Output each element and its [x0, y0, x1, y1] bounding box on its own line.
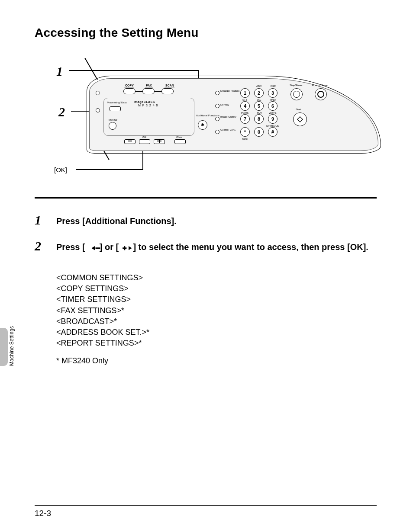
- panel-diagram: 1 2 [OK] COPY FAX SCAN: [35, 56, 377, 190]
- section-tab-label: Machine Settings: [9, 326, 15, 366]
- start-label: Start: [296, 108, 301, 111]
- model-label: M F 3 2 4 0: [138, 104, 158, 107]
- monitor-label: Monitor: [109, 119, 117, 121]
- control-panel: COPY FAX SCAN Processing/ Data imageCLA: [87, 76, 381, 154]
- underline: [124, 87, 134, 87]
- menu-item: <ADDRESS BOOK SET.>*: [56, 327, 149, 338]
- menu-item: <COPY SETTINGS>: [56, 283, 149, 294]
- stop-reset-button: [290, 88, 303, 100]
- keypad-hash: #: [268, 127, 277, 137]
- svg-marker-0: [297, 117, 303, 122]
- label-copy: COPY: [125, 84, 134, 87]
- keypad-star: *: [240, 127, 250, 137]
- tone-label: Tone: [242, 138, 248, 140]
- fax-button: [142, 88, 155, 94]
- step-number: 1: [35, 213, 41, 228]
- menu-list: <COMMON SETTINGS> <COPY SETTINGS> <TIMER…: [56, 272, 149, 349]
- asterisk-icon: ✱: [201, 122, 204, 127]
- ok-label: OK: [142, 136, 146, 138]
- brand-label: imageCLASS: [134, 100, 155, 103]
- stop-reset-label: Stop/Reset: [290, 84, 303, 87]
- keypad-8: 8: [254, 114, 264, 124]
- step2-part1: ] or [: [100, 242, 119, 252]
- option-led: [215, 91, 219, 95]
- keypad-4: 4: [240, 101, 250, 111]
- menu-item: <TIMER SETTINGS>: [56, 294, 149, 305]
- ok-callout-label: [OK]: [54, 166, 67, 173]
- step-number: 2: [35, 239, 41, 253]
- callout-1: 1: [56, 64, 63, 79]
- menu-item: <BROADCAST>*: [56, 316, 149, 327]
- minus-button: [124, 139, 136, 144]
- abc-label: ABC: [256, 85, 261, 87]
- connector: [155, 91, 161, 92]
- step-heading: Press [Additional Functions].: [56, 215, 377, 227]
- copy-button: [123, 88, 136, 94]
- led-indicator: [96, 108, 100, 112]
- stop-icon: [293, 91, 300, 98]
- start-button: [293, 112, 307, 126]
- start-icon: [297, 116, 303, 122]
- additional-functions-button: ✱: [198, 120, 207, 130]
- leader-line: [69, 70, 199, 71]
- ok-button: [139, 139, 150, 144]
- keypad-1: 1: [240, 88, 250, 98]
- page-number: 12-3: [35, 509, 51, 518]
- label-scan: SCAN: [165, 84, 174, 87]
- option-led: [215, 104, 219, 108]
- keypad-3: 3: [268, 88, 277, 98]
- panel-body: COPY FAX SCAN Processing/ Data imageCLA: [89, 78, 378, 151]
- led-indicator: [96, 91, 100, 95]
- connector: [136, 91, 142, 92]
- svg-marker-1: [92, 246, 95, 250]
- scan-button: [161, 88, 174, 94]
- energy-icon: [317, 91, 324, 98]
- keypad-7: 7: [240, 114, 250, 124]
- density-label: Density: [220, 103, 229, 106]
- callout-2: 2: [58, 105, 65, 119]
- monitor-button: [109, 122, 116, 130]
- clear-label: Clear: [176, 136, 182, 138]
- underline: [165, 87, 174, 87]
- plus-right-arrow-icon: [121, 243, 131, 249]
- document-page: Accessing the Setting Menu 1 2 [OK] COPY…: [0, 0, 413, 532]
- menu-item: <COMMON SETTINGS>: [56, 272, 149, 283]
- svg-marker-5: [129, 246, 132, 250]
- keypad-9: 9: [268, 114, 277, 124]
- menu-item: <REPORT SETTINGS>*: [56, 338, 149, 349]
- energy-saver-button: [315, 88, 327, 100]
- option-led: [215, 117, 219, 121]
- energy-saver-label: Energy Saver: [312, 84, 328, 87]
- plus-icon-v: [159, 139, 160, 143]
- keypad-5: 5: [254, 101, 264, 111]
- footnote: * MF3240 Only: [56, 356, 108, 365]
- step2-part0: Press [: [56, 242, 85, 252]
- keypad-6: 6: [268, 101, 277, 111]
- additional-functions-label: Additional Functions: [196, 114, 212, 117]
- step2-part2: ] to select the menu you want to access,…: [133, 242, 368, 252]
- option-led: [215, 130, 219, 134]
- label-fax: FAX: [146, 84, 152, 87]
- processing-data-label: Processing/ Data: [107, 101, 124, 104]
- leader-line: [76, 169, 143, 170]
- menu-item: <FAX SETTINGS>*: [56, 305, 149, 316]
- image-quality-label: Image Quality: [220, 115, 236, 118]
- clear-button: [174, 139, 186, 144]
- section-divider: [35, 197, 377, 199]
- left-arrow-minus-icon: [87, 243, 97, 249]
- underline: [145, 87, 153, 87]
- minus-icon: [128, 141, 132, 141]
- page-title: Accessing the Setting Menu: [35, 26, 199, 40]
- def-label: DEF: [271, 85, 276, 87]
- enlarge-reduce-label: Enlarge/ Reduce: [220, 90, 240, 92]
- svg-rect-4: [124, 246, 125, 250]
- section-tab: [0, 328, 8, 366]
- lcd-screen: [105, 110, 192, 115]
- step-heading: Press [ ] or [ ] to select the menu you …: [56, 241, 377, 253]
- footer-rule: [35, 505, 377, 506]
- keypad-0: 0: [254, 127, 264, 137]
- collate-2on1-label: Collate/ 2on1: [220, 128, 236, 131]
- keypad-2: 2: [254, 88, 264, 98]
